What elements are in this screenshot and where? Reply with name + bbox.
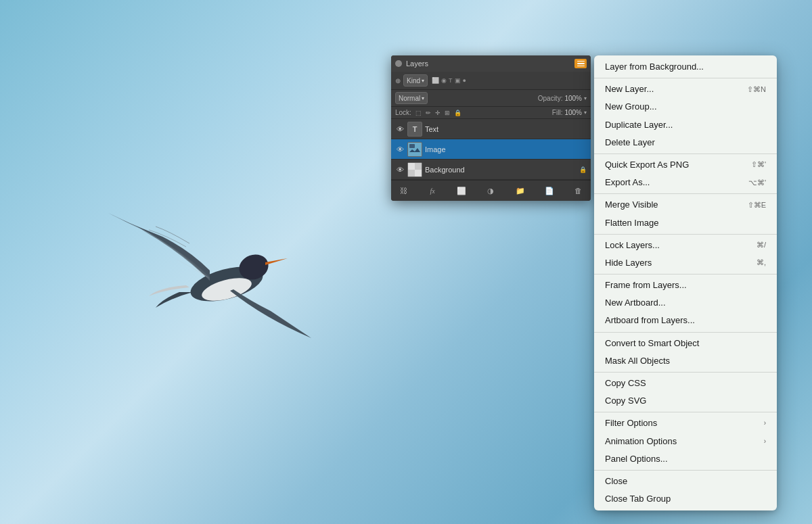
submenu-arrow-icon: ›: [764, 419, 766, 428]
menu-item-duplicate-layer[interactable]: Duplicate Layer...: [594, 116, 777, 134]
menu-shortcut: ⇧⌘E: [748, 200, 766, 210]
lock-position-btn[interactable]: ✛: [435, 110, 441, 116]
filter-adjustment-icon[interactable]: ◉: [441, 77, 447, 84]
panel-close-button[interactable]: [395, 60, 402, 67]
layer-item[interactable]: 👁 Image: [391, 139, 591, 160]
menu-item-animation-options[interactable]: Animation Options ›: [594, 433, 777, 450]
menu-item-hide-layers[interactable]: Hide Layers ⌘,: [594, 254, 777, 272]
layer-visibility-toggle[interactable]: 👁: [395, 124, 405, 134]
menu-separator: [594, 153, 777, 154]
menu-item-artboard-from-layers[interactable]: Artboard from Layers...: [594, 312, 777, 329]
menu-item-new-layer[interactable]: New Layer... ⇧⌘N: [594, 80, 777, 98]
menu-item-new-artboard[interactable]: New Artboard...: [594, 294, 777, 312]
menu-item-label: Artboard from Layers...: [605, 314, 766, 327]
layer-thumb-char: T: [413, 125, 418, 133]
menu-separator: [594, 332, 777, 333]
filter-label: ⊕: [395, 77, 401, 85]
menu-item-merge-visible[interactable]: Merge Visible ⇧⌘E: [594, 196, 777, 214]
adjustment-layer-button[interactable]: ◑: [484, 184, 497, 197]
menu-item-label: Delete Layer: [605, 137, 766, 149]
menu-item-layer-from-background[interactable]: Layer from Background...: [594, 58, 777, 76]
menu-item-delete-layer[interactable]: Delete Layer: [594, 134, 777, 151]
layer-name: Background: [425, 166, 577, 174]
menu-item-convert-smart-object[interactable]: Convert to Smart Object: [594, 335, 777, 352]
panel-titlebar: Layers: [391, 55, 591, 72]
menu-separator: [594, 412, 777, 412]
panel-menu-button[interactable]: [574, 59, 587, 68]
menu-item-label: New Group...: [605, 101, 766, 113]
menu-item-close-tab-group[interactable]: Close Tab Group: [594, 490, 777, 508]
menu-item-lock-layers[interactable]: Lock Layers... ⌘/: [594, 237, 777, 254]
layer-name: Text: [425, 125, 587, 133]
layer-lock-icon: 🔒: [579, 166, 587, 173]
menu-item-label: New Artboard...: [605, 297, 766, 309]
menu-item-panel-options[interactable]: Panel Options...: [594, 450, 777, 468]
panel-menu-icon: [577, 61, 585, 67]
layer-visibility-toggle[interactable]: 👁: [395, 165, 405, 174]
blend-mode-dropdown[interactable]: Normal ▾: [395, 92, 428, 104]
svg-rect-4: [409, 144, 415, 148]
panel-title: Layers: [406, 59, 574, 68]
menu-separator: [594, 372, 777, 373]
layer-item[interactable]: 👁 Background 🔒: [391, 160, 591, 180]
menu-item-copy-css[interactable]: Copy CSS: [594, 375, 777, 392]
menu-item-copy-svg[interactable]: Copy SVG: [594, 392, 777, 410]
new-layer-button[interactable]: 📄: [543, 184, 556, 197]
opacity-control: Opacity: 100% ▾: [538, 95, 587, 102]
lock-pixels-btn[interactable]: ✏: [426, 110, 431, 116]
menu-item-label: Merge Visible: [605, 199, 734, 211]
panel-footer: ⛓ fx ⬜ ◑ 📁 📄 🗑: [391, 180, 591, 201]
lock-label: Lock:: [395, 109, 411, 116]
fill-control: Fill: 100% ▾: [552, 109, 587, 116]
layer-thumbnail: T: [407, 122, 422, 137]
menu-item-mask-all-objects[interactable]: Mask All Objects: [594, 352, 777, 370]
menu-item-quick-export[interactable]: Quick Export As PNG ⇧⌘': [594, 156, 777, 174]
menu-separator: [594, 470, 777, 471]
svg-rect-6: [408, 163, 415, 170]
panel-filter-toolbar: ⊕ Kind ▾ ⬜ ◉ T ▣ ●: [391, 72, 591, 90]
filter-smart-icon[interactable]: ●: [463, 77, 466, 84]
lock-artboard-btn[interactable]: ⊞: [445, 110, 450, 116]
layer-thumbnail: [407, 162, 422, 177]
fill-label: Fill:: [552, 109, 563, 116]
menu-separator: [594, 78, 777, 78]
menu-shortcut: ⌘,: [757, 258, 766, 268]
menu-item-export-as[interactable]: Export As... ⌥⌘': [594, 174, 777, 191]
opacity-value[interactable]: 100%: [564, 95, 582, 102]
menu-separator: [594, 193, 777, 194]
menu-item-filter-options[interactable]: Filter Options ›: [594, 414, 777, 432]
menu-item-label: Copy SVG: [605, 395, 766, 407]
blend-dropdown-arrow: ▾: [422, 95, 424, 101]
filter-type-icon[interactable]: T: [449, 77, 453, 84]
fx-button[interactable]: fx: [426, 184, 439, 197]
layer-thumb-bg-svg: [408, 163, 422, 176]
new-group-button[interactable]: 📁: [514, 184, 527, 197]
layer-item[interactable]: 👁 T Text: [391, 119, 591, 139]
menu-item-frame-from-layers[interactable]: Frame from Layers...: [594, 277, 777, 294]
filter-shape-icon[interactable]: ▣: [455, 77, 461, 84]
dropdown-arrow: ▾: [422, 78, 424, 84]
layer-thumbnail: [407, 142, 422, 157]
layers-panel: Layers ⊕ Kind ▾ ⬜ ◉ T ▣ ● Normal ▾: [391, 55, 591, 201]
fill-value[interactable]: 100%: [564, 109, 582, 116]
layer-visibility-toggle[interactable]: 👁: [395, 145, 405, 154]
lock-all-btn[interactable]: 🔒: [454, 110, 461, 116]
lock-transparency-btn[interactable]: ⬚: [415, 110, 422, 116]
fill-arrow: ▾: [584, 110, 587, 116]
menu-item-new-group[interactable]: New Group...: [594, 98, 777, 116]
menu-item-label: Copy CSS: [605, 377, 766, 389]
filter-kind-dropdown[interactable]: Kind ▾: [403, 74, 428, 87]
link-layers-button[interactable]: ⛓: [397, 184, 410, 197]
layer-thumb-svg: [408, 143, 422, 156]
menu-item-label: Mask All Objects: [605, 355, 766, 367]
add-mask-button[interactable]: ⬜: [455, 184, 468, 197]
menu-item-label: Layer from Background...: [605, 61, 766, 73]
menu-shortcut: ⌘/: [757, 240, 766, 250]
submenu-arrow-icon: ›: [764, 437, 766, 446]
filter-pixel-icon[interactable]: ⬜: [432, 77, 439, 84]
menu-item-label: Lock Layers...: [605, 239, 743, 252]
menu-item-label: Duplicate Layer...: [605, 119, 766, 131]
delete-layer-button[interactable]: 🗑: [572, 184, 585, 197]
menu-item-flatten-image[interactable]: Flatten Image: [594, 214, 777, 232]
menu-item-close[interactable]: Close: [594, 473, 777, 490]
